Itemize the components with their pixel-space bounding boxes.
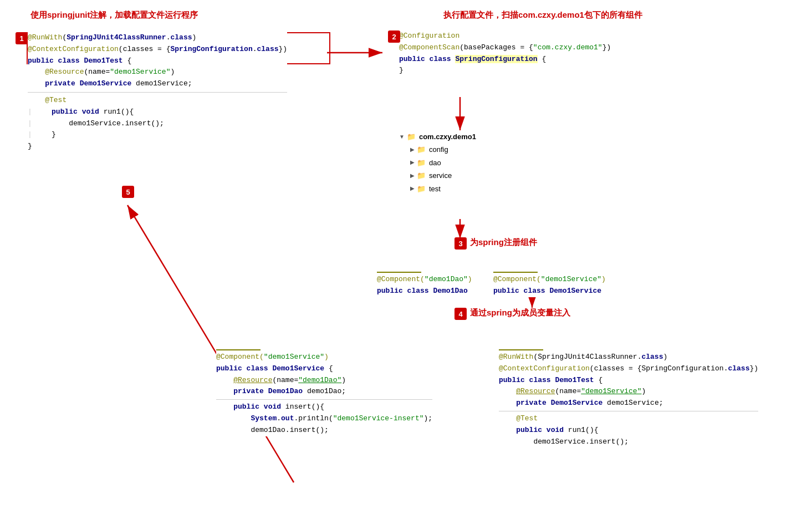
code-block-3b: @Component("demo1Service") public class … — [493, 272, 606, 297]
svg-line-5 — [127, 205, 294, 482]
annotation-title2: 执行配置文件，扫描com.czxy.demo1包下的所有组件 — [443, 10, 642, 21]
badge-1: 1 — [16, 32, 28, 44]
annotation-title1: 使用springjunit注解，加载配置文件运行程序 — [30, 10, 198, 21]
badge-4: 4 — [454, 308, 467, 320]
code-block-4a: @Component("demo1Service") public class … — [216, 349, 432, 436]
code-block-2: @Configuration @ComponentScan(basePackag… — [399, 30, 611, 77]
badge-3: 3 — [454, 237, 467, 250]
badge-5: 5 — [122, 186, 134, 198]
badge-2: 2 — [388, 30, 400, 43]
annotation-label3: 为spring注册组件 — [470, 237, 537, 248]
page-container: 使用springjunit注解，加载配置文件运行程序 1 @RunWith(Sp… — [0, 0, 812, 519]
code-block-3a: @Component("demo1Dao") public class Demo… — [377, 272, 472, 297]
code-block-4b: @RunWith(SpringJUnit4ClassRunner.class) … — [499, 349, 758, 447]
code-block-1: @RunWith(SpringJUnit4ClassRunner.class) … — [28, 32, 287, 152]
annotation-label4: 通过spring为成员变量注入 — [470, 308, 570, 318]
folder-tree: ▼ 📁 com.czxy.demo1 ▶ 📁 config ▶ 📁 dao ▶ … — [399, 130, 476, 195]
